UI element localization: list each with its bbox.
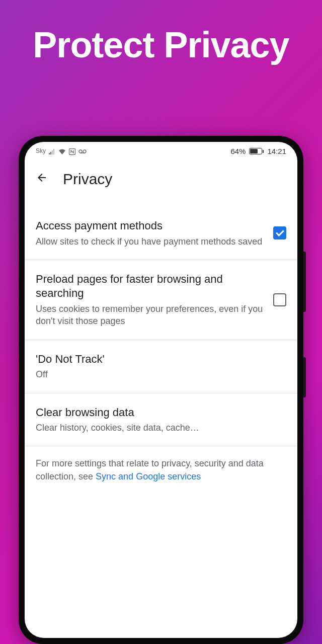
carrier-label: Sky bbox=[36, 147, 46, 154]
setting-do-not-track[interactable]: 'Do Not Track' Off bbox=[25, 340, 297, 393]
checkbox-icon[interactable] bbox=[273, 293, 286, 306]
svg-rect-1 bbox=[50, 152, 51, 154]
page-title: Privacy bbox=[63, 171, 112, 188]
wifi-icon bbox=[58, 147, 66, 154]
voicemail-icon bbox=[78, 147, 87, 154]
svg-point-6 bbox=[83, 150, 86, 153]
svg-point-5 bbox=[79, 150, 82, 153]
setting-title: Access payment methods bbox=[36, 219, 263, 233]
checkbox-icon[interactable] bbox=[273, 226, 286, 239]
setting-subtitle: Allow sites to check if you have payment… bbox=[36, 235, 263, 248]
svg-rect-2 bbox=[52, 150, 53, 154]
setting-subtitle: Uses cookies to remember your preference… bbox=[36, 303, 263, 328]
setting-clear-browsing-data[interactable]: Clear browsing data Clear history, cooki… bbox=[25, 393, 297, 447]
setting-title: Clear browsing data bbox=[36, 406, 276, 420]
settings-list: Access payment methods Allow sites to ch… bbox=[25, 200, 297, 446]
nfc-icon bbox=[69, 147, 75, 154]
sync-services-link[interactable]: Sync and Google services bbox=[96, 471, 201, 481]
battery-icon bbox=[249, 148, 264, 154]
setting-preload-pages[interactable]: Preload pages for faster browsing and se… bbox=[25, 260, 297, 340]
status-bar: Sky 64% 14:21 bbox=[25, 142, 297, 157]
signal-icon bbox=[49, 147, 55, 154]
phone-screen: Sky 64% 14:21 bbox=[25, 142, 297, 638]
phone-side-button bbox=[303, 357, 306, 397]
phone-side-button bbox=[303, 252, 306, 312]
setting-subtitle: Clear history, cookies, site data, cache… bbox=[36, 422, 276, 434]
back-arrow-icon[interactable] bbox=[36, 172, 48, 187]
header-bar: Privacy bbox=[25, 157, 297, 200]
svg-rect-3 bbox=[53, 149, 54, 154]
promo-headline: Protect Privacy bbox=[0, 24, 322, 66]
battery-percent: 64% bbox=[230, 147, 246, 155]
phone-frame: Sky 64% 14:21 bbox=[19, 136, 303, 644]
setting-subtitle: Off bbox=[36, 368, 276, 380]
clock-time: 14:21 bbox=[267, 147, 286, 155]
svg-rect-0 bbox=[49, 153, 50, 154]
setting-title: 'Do Not Track' bbox=[36, 352, 276, 367]
setting-title: Preload pages for faster browsing and se… bbox=[36, 272, 263, 301]
setting-access-payment[interactable]: Access payment methods Allow sites to ch… bbox=[25, 200, 297, 260]
footer-note: For more settings that relate to privacy… bbox=[25, 446, 297, 494]
